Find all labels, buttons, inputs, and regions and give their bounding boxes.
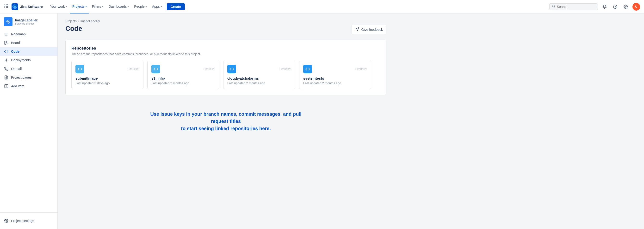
- repo-icon: [227, 65, 236, 73]
- repo-card-header: Bitbucket: [76, 65, 139, 73]
- sidebar-item-board[interactable]: Board: [0, 39, 58, 47]
- deployments-icon: [4, 58, 9, 63]
- repo-name: submitImage: [76, 76, 139, 80]
- create-button[interactable]: Create: [167, 3, 185, 10]
- oncall-label: On-call: [11, 67, 22, 71]
- grid-icon[interactable]: [4, 4, 9, 10]
- svg-point-20: [6, 60, 7, 61]
- settings-icon: [4, 218, 9, 223]
- promo-text: Use issue keys in your branch names, com…: [142, 110, 310, 132]
- logo[interactable]: Jira Software: [12, 3, 43, 10]
- board-label: Board: [11, 41, 20, 45]
- sidebar-nav: Roadmap Board Code: [0, 30, 58, 212]
- pages-icon: [4, 75, 9, 80]
- project-info: ImageLabeller Software project: [15, 18, 38, 25]
- nav-people[interactable]: People ▾: [132, 0, 149, 14]
- sidebar-item-code[interactable]: Code: [0, 47, 58, 56]
- roadmap-icon: [4, 32, 9, 37]
- repo-card-s3infra[interactable]: Bitbucket s3_infra Last updated 2 months…: [147, 61, 220, 89]
- chevron-icon: ▾: [161, 5, 162, 8]
- code-label: Code: [11, 50, 20, 53]
- avatar[interactable]: U: [632, 3, 640, 11]
- repo-name: cloudwatchalarms: [227, 76, 291, 80]
- search-input[interactable]: [557, 5, 595, 9]
- repo-icon: [76, 65, 84, 73]
- svg-rect-7: [6, 7, 6, 8]
- project-type: Software project: [15, 22, 38, 25]
- project-icon: [4, 17, 12, 26]
- breadcrumb-imagelabeller[interactable]: ImageLabeller: [80, 19, 100, 23]
- sidebar-item-project-settings[interactable]: Project settings: [4, 216, 54, 225]
- chevron-icon: ▾: [66, 5, 67, 8]
- svg-rect-6: [4, 7, 5, 8]
- nav-filters[interactable]: Filters ▾: [90, 0, 106, 14]
- page-header: Code Give feedback: [65, 25, 386, 34]
- svg-rect-2: [7, 4, 8, 5]
- repo-card-cloudwatchalarms[interactable]: Bitbucket cloudwatchalarms Last updated …: [223, 61, 295, 89]
- topnav: Jira Software Your work ▾ Projects ▾ Fil…: [0, 0, 644, 14]
- chevron-icon: ▾: [102, 5, 103, 8]
- repo-provider: Bitbucket: [204, 67, 215, 71]
- help-button[interactable]: [611, 3, 619, 11]
- board-icon: [4, 40, 9, 45]
- settings-button[interactable]: [622, 3, 630, 11]
- main-nav: Your work ▾ Projects ▾ Filters ▾ Dashboa…: [48, 0, 548, 14]
- chevron-icon: ▾: [128, 5, 129, 8]
- search-icon: [552, 5, 555, 9]
- main-content: Projects / ImageLabeller Code Give feedb…: [58, 14, 644, 229]
- repo-updated: Last updated 2 months ago: [227, 81, 291, 85]
- promo-section: Use issue keys in your branch names, com…: [65, 103, 386, 140]
- repositories-section: Repositories These are the repositories …: [65, 40, 386, 95]
- repo-updated: Last updated 2 months ago: [152, 81, 215, 85]
- megaphone-icon: [355, 27, 360, 32]
- repo-cards-list: Bitbucket submitImage Last updated 3 day…: [71, 61, 380, 89]
- repositories-title: Repositories: [71, 46, 380, 51]
- svg-rect-19: [7, 41, 8, 43]
- add-icon: [4, 84, 9, 89]
- search-box[interactable]: [549, 3, 598, 10]
- svg-rect-18: [4, 41, 6, 45]
- repo-card-header: Bitbucket: [303, 65, 367, 73]
- repo-icon: [152, 65, 160, 73]
- project-header: ImageLabeller Software project: [0, 17, 58, 30]
- notifications-button[interactable]: [601, 3, 608, 11]
- code-icon: [4, 49, 9, 54]
- project-pages-label: Project pages: [11, 76, 32, 79]
- sidebar-item-deployments[interactable]: Deployments: [0, 56, 58, 65]
- oncall-icon: [4, 66, 9, 71]
- topnav-right: U: [549, 3, 640, 11]
- repo-name: systemtests: [303, 76, 367, 80]
- repo-card-systemtests[interactable]: Bitbucket systemtests Last updated 2 mon…: [299, 61, 371, 89]
- repo-card-submitimage[interactable]: Bitbucket submitImage Last updated 3 day…: [71, 61, 144, 89]
- repo-card-header: Bitbucket: [152, 65, 215, 73]
- svg-rect-0: [4, 4, 5, 5]
- nav-your-work[interactable]: Your work ▾: [48, 0, 70, 14]
- nav-projects[interactable]: Projects ▾: [70, 0, 89, 14]
- breadcrumb-projects[interactable]: Projects: [65, 19, 77, 23]
- svg-point-14: [625, 6, 626, 7]
- breadcrumb-separator: /: [78, 19, 79, 23]
- repo-icon: [303, 65, 312, 73]
- feedback-button[interactable]: Give feedback: [352, 25, 387, 34]
- nav-apps[interactable]: Apps ▾: [150, 0, 164, 14]
- repo-provider: Bitbucket: [280, 67, 291, 71]
- nav-dashboards[interactable]: Dashboards ▾: [106, 0, 132, 14]
- chevron-icon: ▾: [146, 5, 147, 8]
- project-name: ImageLabeller: [15, 18, 38, 22]
- logo-text: Jira Software: [20, 5, 43, 9]
- svg-rect-5: [7, 6, 8, 7]
- svg-rect-1: [6, 4, 6, 5]
- project-settings-label: Project settings: [11, 219, 34, 223]
- repo-provider: Bitbucket: [128, 67, 139, 71]
- sidebar: ImageLabeller Software project Roadmap: [0, 14, 58, 229]
- sidebar-item-roadmap[interactable]: Roadmap: [0, 30, 58, 39]
- svg-point-10: [552, 5, 554, 7]
- page-title: Code: [65, 25, 82, 33]
- svg-line-11: [554, 7, 555, 8]
- sidebar-item-add-item[interactable]: Add item: [0, 82, 58, 90]
- deployments-label: Deployments: [11, 58, 31, 62]
- sidebar-item-oncall[interactable]: On-call: [0, 65, 58, 73]
- repositories-subtitle: These are the repositories that have com…: [71, 52, 380, 56]
- svg-point-30: [6, 220, 7, 221]
- sidebar-item-project-pages[interactable]: Project pages: [0, 73, 58, 82]
